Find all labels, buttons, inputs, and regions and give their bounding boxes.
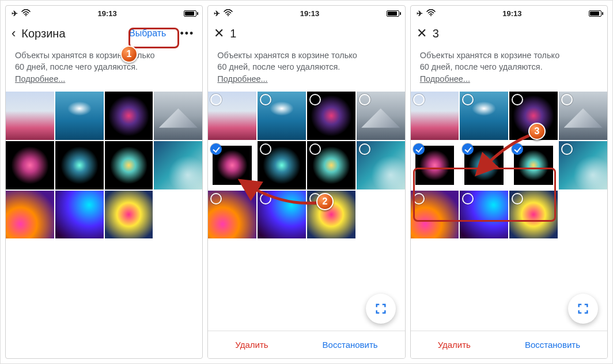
delete-button[interactable]: Удалить (235, 340, 268, 350)
svg-point-2 (430, 15, 432, 16)
airplane-icon: ✈ (214, 9, 220, 18)
selection-checked-icon[interactable] (512, 143, 523, 155)
restore-button[interactable]: Восстановить (323, 340, 378, 350)
status-time: 19:13 (98, 9, 117, 18)
airplane-icon: ✈ (12, 9, 18, 18)
photo-thumb[interactable] (105, 191, 153, 239)
tutorial-composite: ✈ 19:13 ‹ Корзина Выбрать ••• Объекты хр… (0, 0, 613, 364)
selection-circle-icon[interactable] (260, 143, 271, 155)
selection-checked-icon[interactable] (413, 143, 425, 155)
selection-circle-icon[interactable] (359, 94, 370, 105)
photo-thumb[interactable] (307, 92, 355, 140)
photo-thumb[interactable] (460, 92, 508, 140)
selection-count: 3 (433, 27, 439, 40)
selection-circle-icon[interactable] (359, 143, 370, 155)
selection-circle-icon[interactable] (561, 143, 573, 155)
fullscreen-icon (374, 302, 387, 315)
svg-point-0 (25, 15, 27, 16)
bottom-action-bar: Удалить Восстановить (411, 331, 607, 358)
selection-count: 1 (230, 27, 236, 40)
trash-info-text: Объекты хранятся в корзине только 60 дне… (6, 46, 202, 92)
svg-point-1 (228, 15, 229, 16)
photo-thumb[interactable] (105, 141, 153, 189)
photo-thumb[interactable] (6, 141, 54, 189)
airplane-icon: ✈ (417, 9, 423, 18)
photo-thumb[interactable] (357, 92, 405, 140)
phone-screen-1: ✈ 19:13 ‹ Корзина Выбрать ••• Объекты хр… (5, 5, 203, 359)
fullscreen-fab[interactable] (568, 294, 598, 324)
navigation-bar: ✕ 1 (208, 21, 404, 46)
learn-more-link[interactable]: Подробнее... (217, 74, 267, 84)
navigation-bar: ‹ Корзина Выбрать ••• (6, 21, 202, 46)
photo-thumb[interactable] (258, 92, 306, 140)
selection-circle-icon[interactable] (309, 143, 321, 155)
selection-circle-icon[interactable] (413, 193, 425, 204)
fullscreen-icon (577, 302, 589, 315)
page-title: Корзина (21, 27, 65, 40)
battery-icon (589, 10, 601, 17)
photo-thumb[interactable] (105, 92, 153, 140)
photo-thumb[interactable] (307, 191, 355, 239)
photo-grid (6, 92, 202, 239)
selection-circle-icon[interactable] (512, 193, 523, 204)
photo-thumb[interactable] (154, 92, 202, 140)
selection-circle-icon[interactable] (260, 94, 271, 105)
close-icon[interactable]: ✕ (417, 27, 427, 40)
status-bar: ✈ 19:13 (6, 6, 202, 21)
phone-screen-3: ✈ 19:13 ✕ 3 Объекты хранятся в корзине т… (410, 5, 608, 359)
photo-thumb[interactable] (6, 191, 54, 239)
restore-button[interactable]: Восстановить (525, 340, 580, 350)
selection-circle-icon[interactable] (413, 94, 425, 105)
back-chevron-icon[interactable]: ‹ (12, 27, 16, 40)
photo-thumb[interactable] (55, 191, 104, 239)
fullscreen-fab[interactable] (366, 294, 396, 324)
selection-circle-icon[interactable] (260, 193, 271, 204)
photo-thumb[interactable] (357, 141, 405, 189)
photo-thumb[interactable] (55, 141, 104, 189)
more-options-icon[interactable]: ••• (177, 28, 196, 40)
photo-thumb[interactable] (509, 92, 558, 140)
delete-button[interactable]: Удалить (438, 340, 471, 350)
photo-thumb[interactable] (559, 92, 607, 140)
trash-info-text: Объекты хранятся в корзине только 60 дне… (411, 46, 607, 92)
status-bar: ✈ 19:13 (411, 6, 607, 21)
learn-more-link[interactable]: Подробнее... (15, 74, 65, 84)
photo-thumb[interactable] (258, 191, 306, 239)
status-time: 19:13 (300, 9, 319, 18)
selection-circle-icon[interactable] (561, 94, 573, 105)
photo-thumb[interactable] (6, 92, 54, 140)
learn-more-link[interactable]: Подробнее... (420, 74, 470, 84)
photo-grid (411, 92, 607, 239)
selection-circle-icon[interactable] (210, 193, 222, 204)
selection-circle-icon[interactable] (309, 193, 321, 204)
photo-thumb-selected[interactable] (208, 141, 256, 189)
status-time: 19:13 (502, 9, 521, 18)
wifi-icon (224, 9, 233, 18)
photo-thumb[interactable] (509, 191, 558, 239)
close-icon[interactable]: ✕ (214, 27, 224, 40)
photo-thumb[interactable] (55, 92, 104, 140)
trash-info-text: Объекты хранятся в корзине только 60 дне… (208, 46, 404, 92)
navigation-bar: ✕ 3 (411, 21, 607, 46)
battery-icon (184, 10, 196, 17)
selection-checked-icon[interactable] (210, 143, 222, 155)
battery-icon (387, 10, 399, 17)
selection-circle-icon[interactable] (462, 193, 474, 204)
photo-thumb-selected[interactable] (411, 141, 459, 189)
photo-thumb[interactable] (460, 191, 508, 239)
photo-thumb[interactable] (208, 191, 256, 239)
photo-thumb[interactable] (307, 141, 355, 189)
selection-circle-icon[interactable] (309, 94, 321, 105)
phone-screen-2: ✈ 19:13 ✕ 1 Объекты хранятся в корзине т… (207, 5, 405, 359)
photo-grid (208, 92, 404, 239)
photo-thumb[interactable] (411, 92, 459, 140)
photo-thumb[interactable] (559, 141, 607, 189)
select-button[interactable]: Выбрать (123, 26, 172, 41)
photo-thumb[interactable] (258, 141, 306, 189)
photo-thumb[interactable] (154, 141, 202, 189)
photo-thumb[interactable] (411, 191, 459, 239)
wifi-icon (426, 9, 436, 18)
photo-thumb-selected[interactable] (460, 141, 508, 189)
photo-thumb[interactable] (208, 92, 256, 140)
photo-thumb-selected[interactable] (509, 141, 558, 189)
